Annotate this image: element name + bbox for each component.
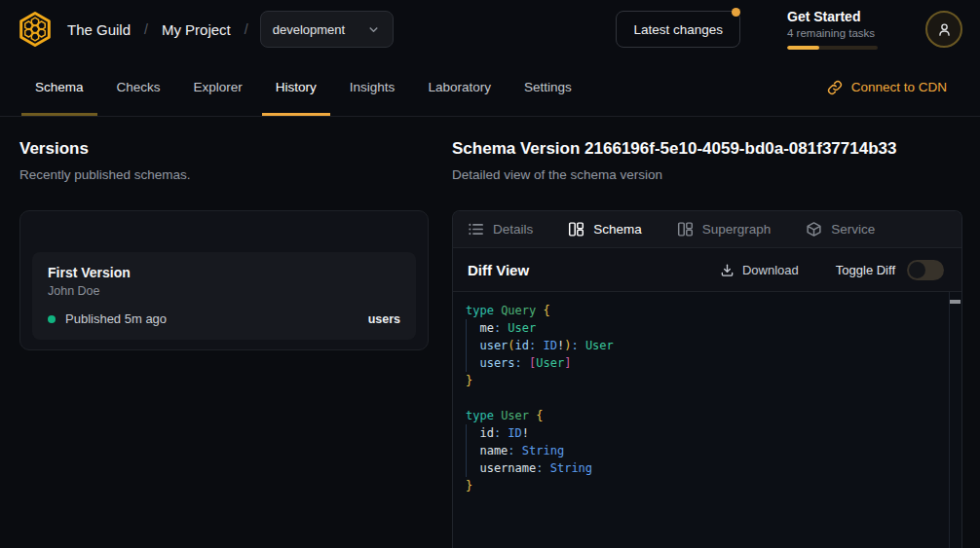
toggle-diff-switch[interactable] — [907, 260, 944, 280]
list-icon — [468, 221, 484, 237]
download-icon — [720, 263, 735, 277]
download-label: Download — [742, 263, 799, 277]
target-selector-value: development — [273, 22, 345, 37]
nav-tab-label: Laboratory — [428, 80, 491, 94]
tab-service[interactable]: Service — [806, 221, 875, 237]
diff-view-title: Diff View — [468, 262, 529, 278]
get-started-progress-bar — [787, 46, 878, 50]
nav-tab-label: Settings — [524, 80, 572, 94]
code-line: } — [466, 477, 946, 494]
version-detail-panel: Schema Version 2166196f-5e10-4059-bd0a-0… — [452, 138, 962, 548]
version-service-badge: users — [368, 312, 400, 326]
main-content: Versions Recently published schemas. Fir… — [0, 118, 980, 548]
main-nav: Schema Checks Explorer History Insights … — [0, 58, 980, 117]
nav-tab-checks[interactable]: Checks — [103, 58, 174, 116]
tab-schema[interactable]: Schema — [568, 221, 642, 237]
code-line: users: [User] — [466, 354, 946, 372]
connect-to-cdn-label: Connect to CDN — [851, 80, 947, 94]
nav-tab-label: Schema — [35, 80, 84, 94]
connect-to-cdn-link[interactable]: Connect to CDN — [827, 58, 947, 116]
app-header: The Guild / My Project / development Lat… — [0, 0, 980, 58]
breadcrumb-separator: / — [144, 21, 148, 37]
nav-tab-label: Explorer — [194, 80, 243, 94]
tab-label: Service — [831, 222, 875, 237]
link-icon — [827, 80, 843, 95]
tab-label: Supergraph — [702, 222, 772, 237]
nav-tab-settings[interactable]: Settings — [510, 58, 585, 116]
download-button[interactable]: Download — [720, 263, 799, 277]
code-line — [466, 389, 946, 407]
get-started-widget[interactable]: Get Started 4 remaining tasks — [787, 9, 878, 50]
tab-details[interactable]: Details — [468, 221, 533, 237]
code-line: me: User — [466, 319, 946, 337]
get-started-subtitle: 4 remaining tasks — [787, 26, 878, 41]
versions-panel: Versions Recently published schemas. Fir… — [19, 138, 429, 350]
latest-changes-button[interactable]: Latest changes — [616, 11, 740, 48]
code-line: name: String — [466, 442, 946, 459]
hive-logo-icon[interactable] — [16, 10, 55, 49]
toggle-diff-label: Toggle Diff — [836, 263, 895, 277]
versions-list-card: First Version John Doe Published 5m ago … — [19, 210, 429, 350]
nav-tab-label: History — [276, 80, 317, 94]
get-started-progress-fill — [787, 46, 819, 50]
versions-title: Versions — [19, 138, 429, 160]
breadcrumb-project[interactable]: My Project — [162, 21, 231, 38]
latest-changes-label: Latest changes — [633, 22, 723, 37]
published-status-dot — [48, 315, 56, 323]
nav-tab-label: Insights — [350, 80, 396, 94]
version-detail-subtitle: Detailed view of the schema version — [452, 166, 962, 183]
target-selector-dropdown[interactable]: development — [260, 11, 394, 48]
version-status: Published 5m ago — [65, 311, 167, 326]
version-author: John Doe — [48, 283, 400, 299]
nav-tab-label: Checks — [117, 80, 161, 94]
code-line: } — [466, 372, 946, 389]
code-scrollbar-thumb[interactable] — [950, 300, 961, 304]
nav-tab-history[interactable]: History — [262, 58, 330, 116]
nav-tab-insights[interactable]: Insights — [336, 58, 409, 116]
code-line: type Query { — [466, 302, 946, 319]
version-title: First Version — [48, 264, 400, 281]
nav-tab-explorer[interactable]: Explorer — [180, 58, 256, 116]
versions-subtitle: Recently published schemas. — [19, 166, 429, 183]
breadcrumb-org[interactable]: The Guild — [67, 21, 131, 38]
detail-tab-bar: Details Schema Supergraph — [453, 211, 961, 248]
breadcrumb-separator: / — [245, 21, 248, 37]
code-line: username: String — [466, 459, 946, 477]
nav-tab-laboratory[interactable]: Laboratory — [414, 58, 505, 116]
get-started-title: Get Started — [787, 9, 878, 25]
version-meta-row: Published 5m ago users — [48, 311, 400, 326]
code-line: user(id: ID!): User — [466, 337, 946, 354]
diff-view-header: Diff View Download Toggle Diff — [453, 248, 961, 292]
user-icon — [936, 21, 953, 38]
cube-icon — [806, 221, 822, 237]
code-line: type User { — [466, 407, 946, 424]
schema-sdl-code: type Query { me: User user(id: ID!): Use… — [466, 302, 946, 494]
tab-supergraph[interactable]: Supergraph — [677, 221, 772, 237]
panels-icon — [677, 221, 694, 237]
code-scrollbar-track[interactable] — [949, 292, 961, 548]
user-avatar-button[interactable] — [925, 11, 962, 48]
version-detail-card: Details Schema Supergraph — [452, 210, 962, 548]
toggle-knob — [909, 262, 925, 278]
version-detail-title: Schema Version 2166196f-5e10-4059-bd0a-0… — [452, 138, 962, 160]
version-list-item[interactable]: First Version John Doe Published 5m ago … — [32, 252, 416, 340]
breadcrumb: The Guild / My Project / — [67, 21, 248, 38]
notification-dot — [732, 8, 740, 17]
panels-icon — [568, 221, 584, 237]
schema-sdl-viewer[interactable]: type Query { me: User user(id: ID!): Use… — [453, 292, 961, 548]
tab-label: Schema — [593, 222, 642, 237]
code-line: id: ID! — [466, 424, 946, 442]
nav-tab-schema[interactable]: Schema — [21, 58, 97, 116]
tab-label: Details — [493, 222, 533, 237]
chevron-down-icon — [366, 22, 381, 37]
